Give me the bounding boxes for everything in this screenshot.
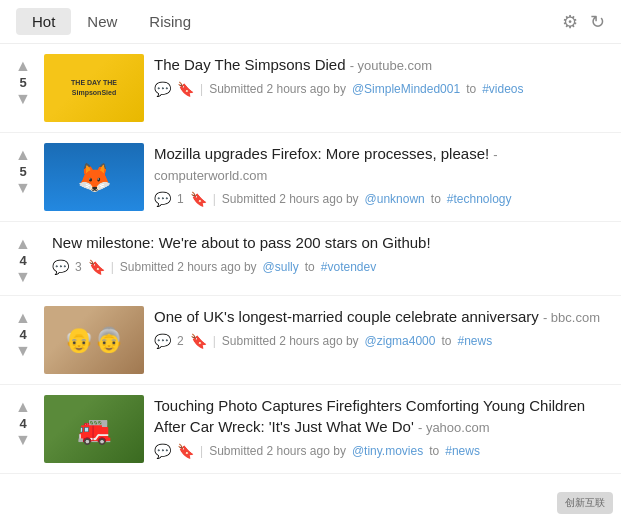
meta-divider: | — [200, 82, 203, 96]
post-content: Touching Photo Captures Firefighters Com… — [154, 395, 609, 459]
comment-count: 2 — [177, 334, 184, 348]
meta-submitted: Submitted 2 hours ago by — [120, 260, 257, 274]
comment-count: 3 — [75, 260, 82, 274]
upvote-button[interactable]: ▲ — [15, 310, 31, 326]
vote-column: ▲ 4 ▼ — [12, 306, 34, 359]
post-meta: 💬 1 🔖 | Submitted 2 hours ago by @unknow… — [154, 191, 609, 207]
meta-tag[interactable]: #videos — [482, 82, 523, 96]
meta-divider: | — [111, 260, 114, 274]
post-item: ▲ 5 ▼ The Day The Simpsons Died - youtub… — [0, 44, 621, 133]
settings-icon[interactable]: ⚙ — [562, 11, 578, 33]
post-thumbnail[interactable] — [44, 143, 144, 211]
post-content: Mozilla upgrades Firefox: More processes… — [154, 143, 609, 207]
vote-column: ▲ 5 ▼ — [12, 54, 34, 107]
post-thumbnail[interactable] — [44, 395, 144, 463]
post-item: ▲ 5 ▼ Mozilla upgrades Firefox: More pro… — [0, 133, 621, 222]
meta-to: to — [466, 82, 476, 96]
post-thumbnail[interactable] — [44, 306, 144, 374]
post-title[interactable]: The Day The Simpsons Died - youtube.com — [154, 54, 609, 75]
tab-bar: Hot New Rising — [16, 8, 207, 35]
post-meta: 💬 2 🔖 | Submitted 2 hours ago by @zigma4… — [154, 333, 609, 349]
comment-count: 1 — [177, 192, 184, 206]
meta-tag[interactable]: #technology — [447, 192, 512, 206]
upvote-button[interactable]: ▲ — [15, 147, 31, 163]
comment-icon[interactable]: 💬 — [154, 443, 171, 459]
post-title[interactable]: Touching Photo Captures Firefighters Com… — [154, 395, 609, 437]
vote-count: 5 — [19, 165, 26, 178]
downvote-button[interactable]: ▼ — [15, 343, 31, 359]
comment-icon[interactable]: 💬 — [154, 191, 171, 207]
meta-to: to — [441, 334, 451, 348]
meta-tag[interactable]: #votendev — [321, 260, 376, 274]
post-domain: - bbc.com — [543, 310, 600, 325]
post-meta: 💬 3 🔖 | Submitted 2 hours ago by @sully … — [52, 259, 609, 275]
upvote-button[interactable]: ▲ — [15, 236, 31, 252]
meta-user[interactable]: @tiny.movies — [352, 444, 423, 458]
tab-hot[interactable]: Hot — [16, 8, 71, 35]
post-meta: 💬 🔖 | Submitted 2 hours ago by @SimpleMi… — [154, 81, 609, 97]
meta-user[interactable]: @SimpleMinded001 — [352, 82, 460, 96]
refresh-icon[interactable]: ↻ — [590, 11, 605, 33]
post-thumbnail[interactable] — [44, 54, 144, 122]
meta-tag[interactable]: #news — [445, 444, 480, 458]
bookmark-icon[interactable]: 🔖 — [177, 81, 194, 97]
feed: ▲ 5 ▼ The Day The Simpsons Died - youtub… — [0, 44, 621, 474]
post-item: ▲ 4 ▼ New milestone: We're about to pass… — [0, 222, 621, 296]
vote-column: ▲ 5 ▼ — [12, 143, 34, 196]
post-domain: - yahoo.com — [418, 420, 490, 435]
post-content: One of UK's longest-married couple celeb… — [154, 306, 609, 349]
upvote-button[interactable]: ▲ — [15, 58, 31, 74]
bookmark-icon[interactable]: 🔖 — [190, 333, 207, 349]
post-title[interactable]: One of UK's longest-married couple celeb… — [154, 306, 609, 327]
post-content: The Day The Simpsons Died - youtube.com … — [154, 54, 609, 97]
downvote-button[interactable]: ▼ — [15, 269, 31, 285]
vote-count: 4 — [19, 417, 26, 430]
vote-count: 4 — [19, 254, 26, 267]
header-actions: ⚙ ↻ — [562, 11, 605, 33]
bookmark-icon[interactable]: 🔖 — [190, 191, 207, 207]
meta-user[interactable]: @sully — [263, 260, 299, 274]
meta-tag[interactable]: #news — [457, 334, 492, 348]
post-title[interactable]: New milestone: We're about to pass 200 s… — [52, 232, 609, 253]
vote-column: ▲ 4 ▼ — [12, 232, 34, 285]
meta-to: to — [305, 260, 315, 274]
vote-column: ▲ 4 ▼ — [12, 395, 34, 448]
vote-count: 4 — [19, 328, 26, 341]
post-meta: 💬 🔖 | Submitted 2 hours ago by @tiny.mov… — [154, 443, 609, 459]
meta-submitted: Submitted 2 hours ago by — [222, 192, 359, 206]
post-title[interactable]: Mozilla upgrades Firefox: More processes… — [154, 143, 609, 185]
upvote-button[interactable]: ▲ — [15, 399, 31, 415]
meta-divider: | — [213, 334, 216, 348]
meta-divider: | — [200, 444, 203, 458]
post-domain: - youtube.com — [350, 58, 432, 73]
comment-icon[interactable]: 💬 — [154, 81, 171, 97]
downvote-button[interactable]: ▼ — [15, 180, 31, 196]
comment-icon[interactable]: 💬 — [52, 259, 69, 275]
meta-user[interactable]: @unknown — [365, 192, 425, 206]
meta-user[interactable]: @zigma4000 — [365, 334, 436, 348]
comment-icon[interactable]: 💬 — [154, 333, 171, 349]
tab-rising[interactable]: Rising — [133, 8, 207, 35]
meta-submitted: Submitted 2 hours ago by — [209, 444, 346, 458]
downvote-button[interactable]: ▼ — [15, 91, 31, 107]
post-item: ▲ 4 ▼ One of UK's longest-married couple… — [0, 296, 621, 385]
tab-new[interactable]: New — [71, 8, 133, 35]
header: Hot New Rising ⚙ ↻ — [0, 0, 621, 44]
meta-to: to — [431, 192, 441, 206]
meta-submitted: Submitted 2 hours ago by — [222, 334, 359, 348]
meta-divider: | — [213, 192, 216, 206]
bookmark-icon[interactable]: 🔖 — [177, 443, 194, 459]
meta-to: to — [429, 444, 439, 458]
bookmark-icon[interactable]: 🔖 — [88, 259, 105, 275]
post-content: New milestone: We're about to pass 200 s… — [44, 232, 609, 275]
watermark: 创新互联 — [557, 492, 613, 514]
meta-submitted: Submitted 2 hours ago by — [209, 82, 346, 96]
vote-count: 5 — [19, 76, 26, 89]
post-item: ▲ 4 ▼ Touching Photo Captures Firefighte… — [0, 385, 621, 474]
downvote-button[interactable]: ▼ — [15, 432, 31, 448]
